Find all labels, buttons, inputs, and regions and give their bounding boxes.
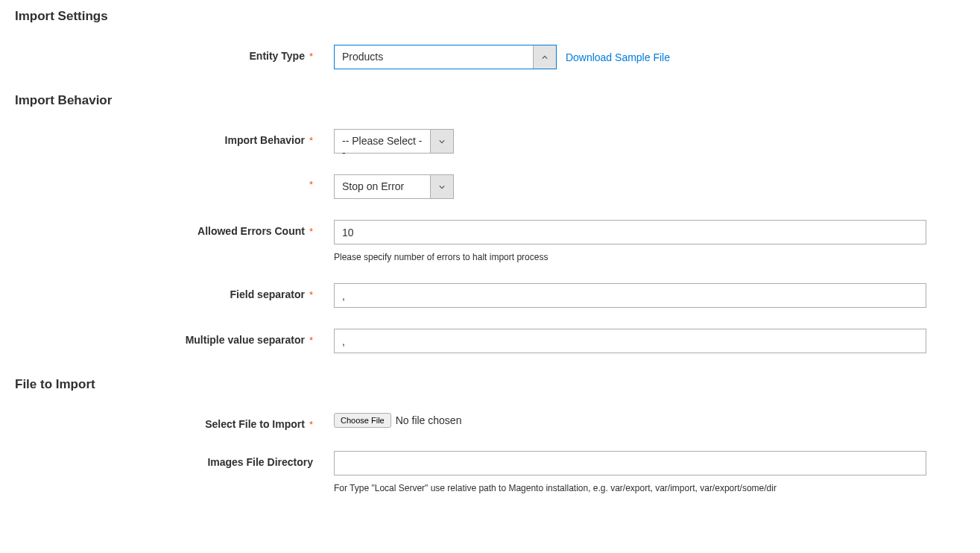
entity-type-dropdown-button[interactable] — [533, 45, 556, 69]
file-input-control: Choose File No file chosen — [334, 413, 930, 428]
import-behavior-section: Import Behavior Import Behavior * -- Ple… — [15, 93, 965, 353]
multi-value-separator-row: Multiple value separator * — [15, 329, 965, 353]
chevron-down-icon — [439, 139, 445, 145]
error-strategy-row: * Stop on Error — [15, 174, 965, 199]
select-file-label: Select File to Import — [205, 418, 305, 430]
allowed-errors-note: Please specify number of errors to halt … — [334, 252, 930, 262]
select-file-row: Select File to Import * Choose File No f… — [15, 413, 965, 430]
error-strategy-select[interactable]: Stop on Error — [334, 174, 454, 199]
images-dir-label: Images File Directory — [207, 456, 313, 468]
required-mark: * — [309, 51, 313, 61]
images-dir-input[interactable] — [334, 451, 926, 475]
import-behavior-dropdown-button[interactable] — [430, 130, 453, 153]
import-behavior-label: Import Behavior — [225, 134, 305, 146]
error-strategy-dropdown-button[interactable] — [430, 175, 453, 198]
download-sample-link[interactable]: Download Sample File — [566, 51, 670, 63]
entity-type-select[interactable]: Products — [334, 45, 557, 69]
error-strategy-value: Stop on Error — [335, 175, 430, 198]
file-status-text: No file chosen — [396, 414, 462, 426]
required-mark: * — [309, 136, 313, 145]
file-to-import-section: File to Import Select File to Import * C… — [15, 377, 965, 493]
import-behavior-value: -- Please Select -- — [335, 130, 430, 153]
allowed-errors-input[interactable] — [334, 220, 926, 244]
import-behavior-row: Import Behavior * -- Please Select -- — [15, 129, 965, 154]
images-dir-row: Images File Directory For Type "Local Se… — [15, 451, 965, 493]
field-separator-input[interactable] — [334, 283, 926, 308]
required-mark: * — [309, 335, 313, 345]
import-behavior-select[interactable]: -- Please Select -- — [334, 129, 454, 154]
file-to-import-title: File to Import — [15, 377, 965, 392]
field-separator-label: Field separator — [230, 288, 305, 300]
chevron-down-icon — [439, 184, 445, 190]
required-mark: * — [309, 180, 313, 189]
entity-type-row: Entity Type * Products Download Sample F… — [15, 45, 965, 69]
multi-value-separator-label: Multiple value separator — [186, 334, 305, 346]
import-behavior-title: Import Behavior — [15, 93, 965, 108]
choose-file-button[interactable]: Choose File — [334, 413, 391, 428]
required-mark: * — [309, 227, 313, 236]
import-settings-title: Import Settings — [15, 9, 965, 24]
required-mark: * — [309, 290, 313, 300]
entity-type-value: Products — [335, 45, 533, 69]
entity-type-label: Entity Type — [250, 50, 305, 62]
required-mark: * — [309, 420, 313, 429]
allowed-errors-row: Allowed Errors Count * Please specify nu… — [15, 220, 965, 262]
import-settings-section: Import Settings Entity Type * Products D… — [15, 9, 965, 69]
images-dir-note: For Type "Local Server" use relative pat… — [334, 483, 930, 493]
allowed-errors-label: Allowed Errors Count — [197, 225, 305, 237]
chevron-up-icon — [542, 54, 548, 60]
field-separator-row: Field separator * — [15, 283, 965, 308]
multi-value-separator-input[interactable] — [334, 329, 926, 353]
